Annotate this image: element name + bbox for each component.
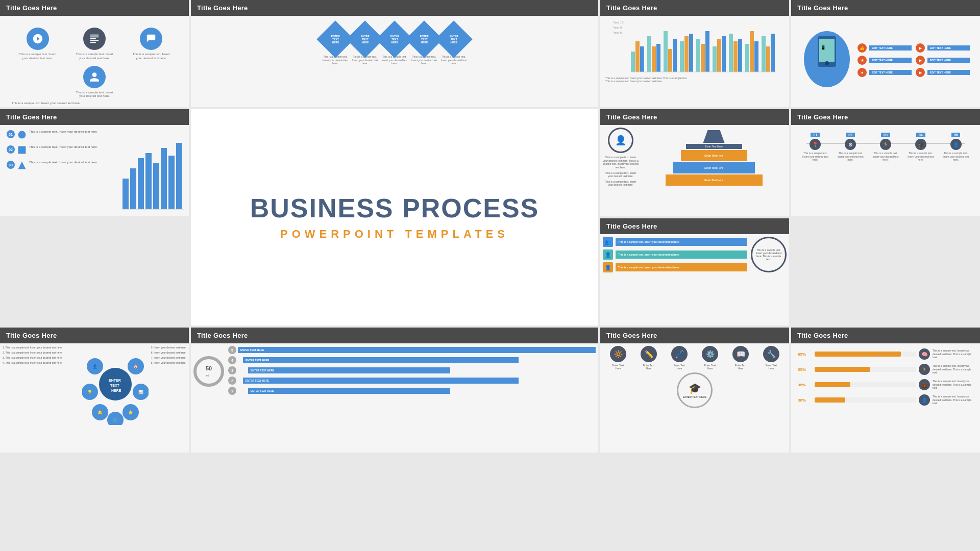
diamonds-row: ENTERTEXTHERE ENTERTEXTHERE ENTERTEXTHER… — [193, 18, 596, 55]
slide-8-title: Title Goes Here — [600, 218, 789, 234]
num-content-1: This is a sample text. Insert your desir… — [29, 130, 97, 134]
circle-text: This is a sample text. Insert your desir… — [752, 246, 785, 263]
icon-col-text-2: Enter TextHere — [643, 364, 654, 370]
label-text-1: EDIT TEXT HERE — [869, 45, 912, 51]
svg-text:HERE: HERE — [111, 389, 121, 392]
svg-rect-12 — [680, 41, 684, 72]
bubble-item-5: 5. Insert your desired text here. — [151, 346, 186, 349]
svg-rect-25 — [750, 31, 754, 72]
flow-step-1: 1 ENTER TEXT HERE — [228, 387, 596, 395]
slide-9: Title Goes Here 1. This is a sample text… — [0, 328, 189, 453]
slide-4-title: Title Goes Here — [791, 0, 980, 16]
people-bar-2: This is a sample text. Insert your desir… — [616, 251, 747, 259]
bubble-item-7: 7. Insert your desired text here. — [151, 356, 186, 359]
flow-num-4: 4 — [228, 356, 236, 364]
step-num-2: 02 — [846, 133, 855, 137]
slide-2: Title Goes Here ENTERTEXTHERE ENTERTEXTH… — [191, 0, 598, 107]
prog-text-2: This is a sample text. Insert your desir… — [933, 364, 973, 374]
people-row-3: 👤 This is a sample text. Insert your des… — [603, 262, 747, 272]
svg-text:📊: 📊 — [138, 389, 143, 394]
icon-text-2: This is a sample text. Insert your desir… — [74, 53, 115, 61]
pyramid-tier-1 — [699, 130, 729, 143]
num-item-2: 02 This is a sample text. Insert your de… — [7, 145, 113, 157]
svg-text:Year 10: Year 10 — [613, 21, 624, 24]
label-row-1: 👍 EDIT TEXT HERE ▶ EDIT TEXT HERE — [857, 43, 970, 53]
slide-5-title: Title Goes Here — [0, 109, 189, 125]
icon-col-text-5: Enter TextHere — [735, 364, 746, 370]
progress-row-4: 30% 👤 This is a sample text. Insert your… — [798, 394, 973, 406]
svg-rect-28 — [766, 46, 770, 72]
slide-6-title: Title Goes Here — [791, 109, 980, 125]
pyramid-tier-1-label: Enter Text Here — [686, 144, 742, 149]
pct-2: 55% — [798, 367, 812, 372]
label-text-2: EDIT TEXT HERE — [927, 45, 970, 51]
svg-rect-29 — [771, 34, 775, 72]
mini-bar-chart — [120, 128, 186, 212]
slide-4: Title Goes Here 📱 👍 EDIT — [791, 0, 980, 107]
pct-4: 30% — [798, 398, 812, 403]
icon-col-circle-1: 🔆 — [610, 346, 626, 362]
num-badge-2: 02 — [7, 145, 15, 154]
icon-circle-4 — [83, 66, 106, 88]
slide8-content: 👥 This is a sample text. Insert your des… — [603, 237, 787, 322]
prog-bar-container-1 — [815, 352, 916, 357]
icon-text-1: This is a sample text. Insert your desir… — [17, 53, 58, 61]
slide-12: Title Goes Here 85% 🧠 This is a sample t… — [791, 328, 980, 453]
svg-rect-20 — [722, 36, 726, 72]
svg-rect-42 — [145, 153, 152, 209]
slide-6: Title Goes Here 01 📍 This is a sample te… — [791, 109, 980, 216]
phone-slide: 📱 👍 EDIT TEXT HERE ▶ EDIT TEXT HERE ★ ED… — [794, 18, 977, 102]
icon-col-text-1: Enter TextHere — [612, 364, 624, 370]
slide-5: Title Goes Here 01 This is a sample text… — [0, 109, 189, 216]
icon-col-2: ✏️ Enter TextHere — [641, 346, 657, 370]
svg-rect-14 — [689, 34, 693, 72]
svg-text:🏠: 🏠 — [133, 364, 138, 369]
prog-bar-container-4 — [815, 397, 916, 403]
svg-rect-26 — [754, 41, 758, 72]
icon-text-3: This is a sample text. Insert your desir… — [131, 53, 172, 61]
step-3: 03 🏃 This is a sample text. Insert your … — [870, 133, 901, 162]
phone-labels: 👍 EDIT TEXT HERE ▶ EDIT TEXT HERE ★ EDIT… — [857, 43, 970, 77]
step-text-1: This is a sample text. Insert your desir… — [800, 152, 830, 162]
num-content-3: This is a sample text. Insert your desir… — [29, 161, 97, 165]
pyramid-label-3: This is a sample text. Insert your desir… — [603, 180, 639, 186]
step-5: 06 👤 This is a sample text. Insert your … — [941, 133, 971, 162]
progress-row-1: 85% 🧠 This is a sample text. Insert your… — [798, 348, 973, 360]
step-icon-3: 🏃 — [880, 139, 891, 150]
icon-col-circle-4: ⚙️ — [702, 346, 718, 362]
prog-text-4: This is a sample text. Insert your desir… — [933, 395, 973, 405]
bubble-item-1: 1. This is a sample text. Insert your de… — [3, 346, 80, 349]
svg-rect-37 — [18, 146, 26, 154]
people-bar-1: This is a sample text. Insert your desir… — [616, 238, 747, 246]
bubble-item-2: 2. This is a sample text. Insert your de… — [3, 351, 80, 354]
prog-icon-4: 👤 — [919, 394, 930, 406]
slide-1: Title Goes Here This is a sample text. I… — [0, 0, 189, 107]
svg-text:🛒: 🛒 — [113, 417, 118, 422]
svg-rect-9 — [664, 31, 668, 72]
svg-marker-38 — [18, 162, 26, 169]
prog-bar-track-2 — [815, 367, 916, 372]
slide-11: Title Goes Here 🔆 Enter TextHere ✏️ Ente… — [600, 328, 789, 453]
svg-text:📱: 📱 — [821, 45, 826, 50]
svg-rect-10 — [668, 49, 672, 72]
flow-steps: 5 ENTER TEXT HERE 4 ENTER TEXT HERE 3 EN… — [228, 346, 596, 397]
bubble-item-8: 8. Insert your desired text here. — [151, 361, 186, 364]
svg-rect-19 — [717, 39, 721, 72]
flow-bar-4: ENTER TEXT HERE — [243, 357, 519, 363]
flow-num-5: 5 — [228, 346, 236, 354]
step-num-3: 03 — [881, 133, 890, 137]
label-icon-2: ▶ — [916, 43, 925, 53]
pyramid-container: 👤 This is a sample text. Insert your des… — [603, 128, 787, 213]
pyramid-tier-2: Enter Text Here — [681, 150, 747, 161]
bubble-item-3: 3. This is a sample text. Insert your de… — [3, 356, 80, 359]
label-text-3: EDIT TEXT HERE — [869, 58, 912, 63]
step-1: 01 📍 This is a sample text. Insert your … — [800, 133, 830, 162]
icon-row-top: 🔆 Enter TextHere ✏️ Enter TextHere 🖊️ En… — [603, 346, 787, 370]
svg-rect-44 — [161, 148, 167, 209]
svg-rect-11 — [673, 39, 677, 72]
svg-rect-5 — [640, 46, 644, 72]
icon-col-1: 🔆 Enter TextHere — [610, 346, 626, 370]
phone-illustration: 📱 — [801, 26, 852, 94]
svg-text:⭐: ⭐ — [128, 410, 133, 415]
flow-bar-2: ENTER TEXT HERE — [243, 378, 519, 384]
